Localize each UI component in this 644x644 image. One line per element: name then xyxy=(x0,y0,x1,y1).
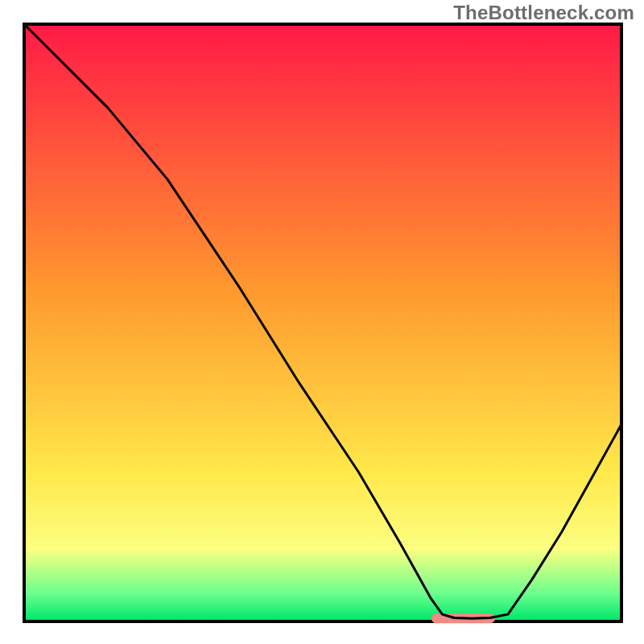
watermark-label: TheBottleneck.com xyxy=(453,2,634,24)
bottleneck-plot xyxy=(0,0,644,644)
chart-canvas: TheBottleneck.com xyxy=(0,0,644,644)
